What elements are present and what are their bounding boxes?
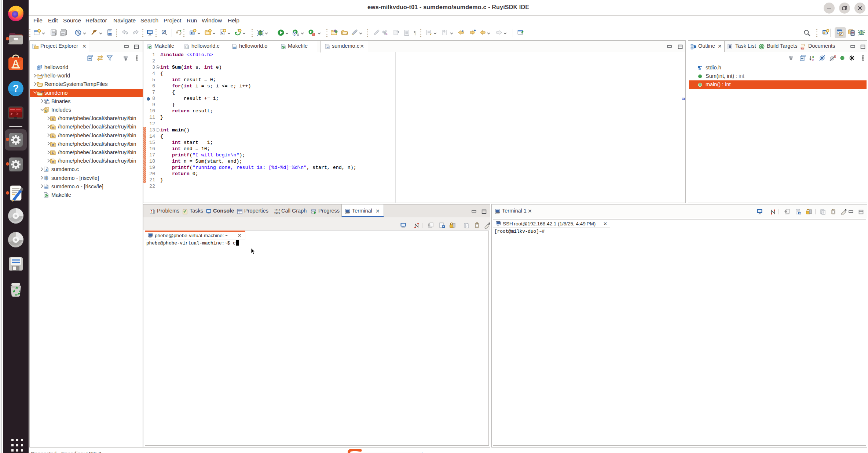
- svg-text:?: ?: [13, 83, 19, 94]
- svg-text:010: 010: [108, 33, 112, 36]
- svg-text:h: h: [52, 126, 54, 129]
- svg-text:C: C: [41, 73, 44, 77]
- svg-text:a: a: [812, 55, 814, 58]
- svg-text:1010: 1010: [274, 209, 280, 212]
- svg-text:C: C: [191, 31, 194, 35]
- svg-text:0101: 0101: [274, 212, 280, 214]
- svg-text:z: z: [812, 58, 814, 61]
- svg-text:.c: .c: [186, 46, 188, 49]
- svg-text:h: h: [52, 160, 54, 163]
- svg-text:h: h: [52, 135, 54, 138]
- svg-text:01: 01: [47, 102, 50, 104]
- svg-text:.c: .c: [45, 168, 48, 172]
- svg-text:h: h: [52, 143, 54, 146]
- svg-text:010: 010: [45, 186, 48, 188]
- svg-text:010: 010: [233, 47, 236, 48]
- svg-text:C: C: [840, 33, 842, 36]
- svg-text:h: h: [52, 152, 54, 155]
- svg-text:h: h: [45, 109, 47, 113]
- svg-text:h: h: [52, 117, 54, 121]
- svg-text:.c: .c: [326, 46, 329, 49]
- svg-text:PDF: PDF: [801, 47, 804, 49]
- svg-text:C: C: [41, 90, 44, 94]
- svg-text:¶: ¶: [414, 29, 417, 36]
